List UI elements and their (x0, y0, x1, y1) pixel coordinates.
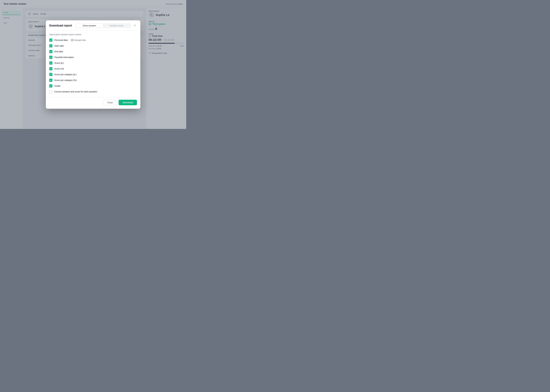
option-score-cat-percent: Score per category (%) (49, 79, 137, 82)
manage-data-button[interactable]: Manage data (71, 39, 86, 41)
option-correct-answers: Correct answers and score for each quest… (49, 90, 137, 93)
option-label-start-date: Start date (55, 45, 64, 47)
option-end-date: End date (49, 50, 137, 53)
option-label-pass-fail: Pass/fail information (55, 56, 74, 58)
checkbox-start-date[interactable] (49, 44, 52, 47)
checkbox-end-date[interactable] (49, 50, 52, 53)
checkbox-score-percent[interactable] (49, 67, 52, 70)
modal-subtitle: Adjust given answers report content (49, 33, 137, 36)
option-label-end-date: End date (55, 50, 63, 53)
checkbox-personal-data[interactable] (49, 39, 52, 42)
option-grade: Grade (49, 84, 137, 88)
option-pass-fail: Pass/fail information (49, 56, 137, 59)
option-label-score-percent: Score (%) (55, 67, 64, 70)
modal-body: Adjust given answers report content Pers… (46, 30, 140, 96)
option-score-percent: Score (%) (49, 67, 137, 70)
option-score-points: Score (p.) (49, 62, 137, 65)
option-label-score-cat-percent: Score per category (%) (55, 79, 77, 81)
download-button[interactable]: Download (118, 100, 137, 105)
checkbox-grade[interactable] (49, 84, 52, 88)
option-score-cat-points: Score per category (p.) (49, 73, 137, 76)
modal-close-button[interactable]: × (133, 24, 137, 28)
checkbox-pass-fail[interactable] (49, 56, 52, 59)
modal-overlay: Download report Given answers Detailed r… (0, 0, 186, 129)
checkbox-correct-answers[interactable] (49, 90, 52, 93)
svg-point-6 (72, 40, 72, 40)
modal-title: Download report (49, 24, 72, 27)
manage-data-label: Manage data (74, 39, 86, 41)
modal-header: Download report Given answers Detailed r… (46, 20, 140, 28)
checkbox-score-cat-points[interactable] (49, 73, 52, 76)
option-start-date: Start date (49, 44, 137, 47)
option-label-score-cat-points: Score per category (p.) (55, 73, 76, 76)
option-label-score-points: Score (p.) (55, 62, 64, 64)
download-report-modal: Download report Given answers Detailed r… (46, 20, 140, 109)
tab-detailed-results[interactable]: Detailed results (103, 24, 130, 28)
checkbox-score-points[interactable] (49, 62, 52, 65)
close-button[interactable]: Close (103, 100, 117, 105)
option-label-grade: Grade (55, 85, 60, 87)
modal-tabs: Given answers Detailed results (76, 23, 131, 28)
checkbox-score-cat-percent[interactable] (49, 79, 52, 82)
modal-footer: Close Download (46, 97, 140, 109)
tab-given-answers[interactable]: Given answers (76, 24, 103, 28)
option-label-correct-answers: Correct answers and score for each quest… (55, 90, 97, 93)
option-personal-data: Personal data Manage data (49, 39, 137, 42)
option-label-personal-data: Personal data (55, 39, 68, 41)
